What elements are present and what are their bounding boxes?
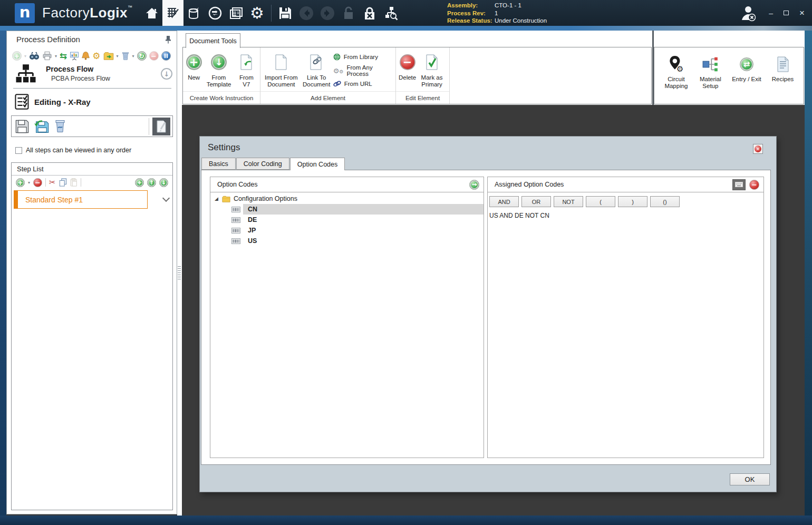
close-paren-button[interactable]: ) bbox=[618, 196, 647, 207]
expand-down-icon[interactable]: ↓ bbox=[161, 68, 172, 80]
trash-dropdown-icon[interactable]: ▾ bbox=[132, 54, 134, 59]
lock-close-icon[interactable] bbox=[359, 0, 380, 26]
new-button[interactable]: + New bbox=[186, 52, 202, 81]
save-as-icon[interactable] bbox=[34, 119, 50, 134]
minimize-icon[interactable]: – bbox=[769, 9, 773, 17]
paren-pair-button[interactable]: () bbox=[650, 196, 680, 207]
delete-step-icon[interactable] bbox=[54, 119, 66, 133]
editing-title: Editing - X-Ray bbox=[34, 98, 91, 106]
zoom-step-icon[interactable]: + bbox=[135, 178, 144, 187]
export-folder-icon[interactable] bbox=[103, 52, 114, 60]
import-from-document-label: Import From Document bbox=[263, 74, 300, 88]
tree-root-row[interactable]: ◢ Configuration Options bbox=[210, 193, 484, 204]
expression-text[interactable]: US AND DE NOT CN bbox=[489, 212, 763, 219]
stop-icon[interactable]: − bbox=[149, 51, 159, 61]
remove-step-icon[interactable]: − bbox=[33, 178, 42, 187]
tab-option-codes[interactable]: Option Codes bbox=[290, 158, 345, 170]
unlock-icon[interactable] bbox=[338, 0, 359, 26]
from-any-process-button[interactable]: ⚙⚙ From Any Process bbox=[333, 64, 393, 77]
bell-icon[interactable] bbox=[82, 51, 90, 61]
tab-document-tools[interactable]: Document Tools bbox=[186, 33, 240, 48]
add-step-icon[interactable]: + bbox=[16, 178, 25, 187]
edit-document-icon[interactable] bbox=[152, 118, 170, 135]
circuit-mapping-button[interactable]: ⚙ Circuit Mapping bbox=[661, 53, 692, 90]
keyboard-icon bbox=[735, 182, 743, 187]
add-step-dropdown-icon[interactable]: ▾ bbox=[28, 180, 30, 185]
tree-item-cn[interactable]: CN bbox=[210, 204, 484, 215]
pin-icon[interactable] bbox=[165, 35, 171, 44]
trash-icon[interactable] bbox=[121, 51, 130, 61]
forward-icon[interactable] bbox=[317, 0, 338, 26]
swap-steps-icon[interactable]: ⇆ bbox=[60, 52, 67, 61]
operator-buttons: AND OR NOT ( ) () bbox=[488, 192, 763, 207]
add-icon[interactable]: + bbox=[12, 51, 22, 61]
tree-item-jp[interactable]: JP bbox=[210, 225, 484, 236]
maximize-icon[interactable] bbox=[784, 11, 789, 15]
export-dropdown-icon[interactable]: ▾ bbox=[117, 54, 119, 59]
process-flow-row[interactable]: Process Flow PCBA Process Flow ↓ bbox=[15, 64, 173, 86]
sync-icon[interactable] bbox=[205, 0, 226, 26]
refresh-icon[interactable]: ↻ bbox=[137, 51, 147, 61]
expander-icon[interactable]: ◢ bbox=[215, 196, 222, 201]
ok-button[interactable]: OK bbox=[730, 473, 770, 485]
pause-icon[interactable] bbox=[161, 51, 171, 61]
link-to-document-button[interactable]: Link To Document bbox=[300, 52, 333, 88]
material-setup-button[interactable]: Material Setup bbox=[695, 53, 726, 90]
circuit-mapping-icon: ⚙ bbox=[668, 55, 684, 73]
not-button[interactable]: NOT bbox=[554, 196, 583, 207]
import-from-document-button[interactable]: Import From Document bbox=[263, 52, 300, 88]
from-template-button[interactable]: ↓ From Template bbox=[204, 52, 234, 88]
remove-assigned-button[interactable]: − bbox=[749, 180, 759, 190]
or-button[interactable]: OR bbox=[521, 196, 551, 207]
entry-exit-icon: ⇄ bbox=[740, 57, 753, 71]
tab-color-coding[interactable]: Color Coding bbox=[236, 158, 289, 170]
expression-area: AND OR NOT ( ) () US AND DE NOT CN bbox=[488, 192, 763, 219]
assembly-label: Assembly: bbox=[447, 2, 495, 9]
close-icon[interactable]: × bbox=[799, 8, 805, 18]
news-feed-icon[interactable] bbox=[226, 0, 247, 26]
print-dropdown-icon[interactable]: ▾ bbox=[55, 54, 57, 59]
binoculars-icon[interactable] bbox=[29, 52, 40, 60]
back-icon[interactable] bbox=[296, 0, 317, 26]
cut-icon[interactable]: ✂ bbox=[49, 179, 56, 187]
move-step-down-icon[interactable]: ↓ bbox=[159, 178, 168, 187]
delete-element-button[interactable]: − Delete bbox=[399, 52, 416, 81]
move-step-up-icon[interactable]: ↑ bbox=[147, 178, 156, 187]
tab-basics[interactable]: Basics bbox=[201, 158, 236, 170]
tree-item-de[interactable]: DE bbox=[210, 215, 484, 225]
step-list-item[interactable]: Standard Step #1 bbox=[14, 190, 148, 209]
gear-icon[interactable]: ⚙ bbox=[92, 52, 100, 61]
mark-as-primary-button[interactable]: Mark as Primary bbox=[417, 52, 447, 88]
recipes-icon bbox=[776, 56, 790, 72]
process-search-icon[interactable] bbox=[380, 0, 401, 26]
user-logout-icon[interactable] bbox=[738, 3, 758, 23]
link-to-document-icon bbox=[310, 54, 323, 70]
home-icon[interactable] bbox=[141, 0, 162, 26]
copy-icon[interactable] bbox=[59, 178, 67, 187]
recipes-button[interactable]: Recipes bbox=[767, 53, 798, 83]
step-chevron-down-icon[interactable] bbox=[162, 195, 170, 202]
data-import-icon[interactable] bbox=[183, 0, 205, 26]
from-url-button[interactable]: From URL bbox=[333, 81, 393, 87]
entry-exit-button[interactable]: ⇄ Entry / Exit bbox=[729, 53, 764, 83]
add-dropdown-icon[interactable]: ▾ bbox=[24, 54, 26, 59]
tree-item-us[interactable]: US bbox=[210, 236, 484, 246]
save-icon[interactable] bbox=[275, 0, 296, 26]
keyboard-entry-button[interactable] bbox=[732, 179, 746, 190]
process-definition-icon[interactable] bbox=[162, 0, 183, 26]
assign-code-button[interactable]: → bbox=[469, 180, 479, 190]
from-library-button[interactable]: From Library bbox=[333, 53, 393, 61]
settings-gear-icon[interactable]: ⚙ bbox=[247, 0, 268, 26]
paste-icon[interactable] bbox=[70, 178, 78, 187]
open-paren-button[interactable]: ( bbox=[586, 196, 615, 207]
from-any-process-icon: ⚙⚙ bbox=[333, 67, 344, 74]
print-icon[interactable] bbox=[42, 51, 52, 61]
and-button[interactable]: AND bbox=[489, 196, 519, 207]
panel-splitter[interactable] bbox=[177, 31, 182, 516]
dialog-close-button[interactable]: ✕ bbox=[753, 144, 763, 154]
any-order-checkbox[interactable] bbox=[15, 147, 22, 154]
save-step-icon[interactable] bbox=[15, 119, 30, 134]
from-v7-button[interactable]: From V7 bbox=[236, 52, 257, 88]
presentation-icon[interactable] bbox=[70, 51, 79, 61]
barcode-icon bbox=[231, 228, 240, 234]
